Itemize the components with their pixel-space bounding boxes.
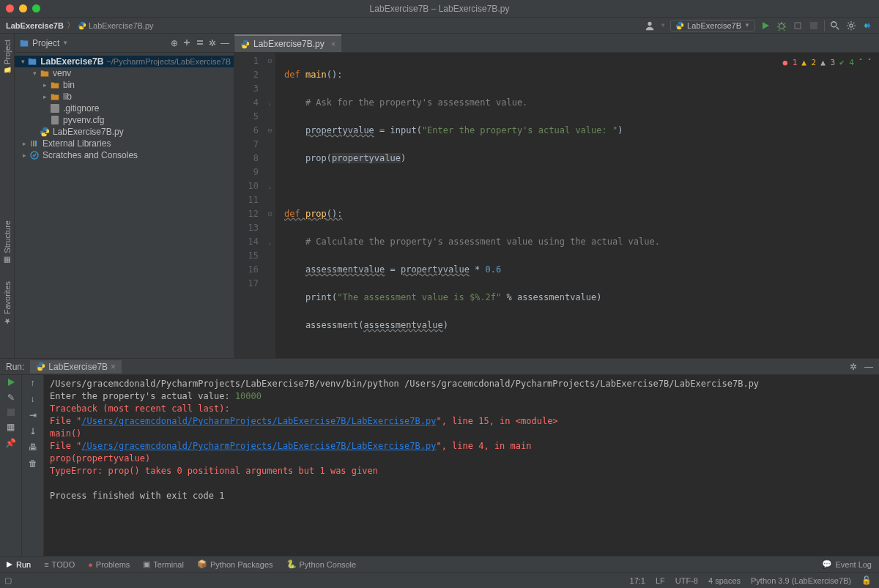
scroll-down-button[interactable]: ↓ (31, 394, 35, 404)
interpreter-status[interactable]: Python 3.9 (LabExercise7B) (751, 576, 851, 585)
svg-rect-2 (795, 23, 801, 29)
settings-button[interactable] (845, 20, 857, 31)
inspection-indicators[interactable]: ● 1 ▲ 2 ▲ 3 ✔ 4 ˆ ˇ (782, 56, 872, 70)
window-title: LabExercise7B – LabExercise7B.py (370, 4, 510, 14)
run-config-name: LabExercise7B (687, 21, 741, 30)
select-opened-file-icon[interactable]: ⊕ (171, 38, 178, 48)
rerun-button[interactable] (7, 378, 15, 387)
svg-rect-3 (810, 22, 817, 29)
code-content[interactable]: def main(): # Ask for the property's ass… (275, 53, 660, 358)
svg-rect-7 (51, 116, 59, 124)
collapse-all-icon[interactable] (196, 38, 204, 48)
status-bar: ▢ 17:1 LF UTF-8 4 spaces Python 3.9 (Lab… (0, 572, 879, 588)
attach-debug-button[interactable]: ✎ (7, 392, 15, 403)
tool-windows-icon[interactable]: ▢ (4, 576, 12, 585)
run-toolbar-primary: ✎ ▦ 📌 (0, 375, 22, 556)
venv-node[interactable]: ▾ venv (15, 67, 234, 79)
hide-icon[interactable]: — (220, 38, 229, 48)
user-icon[interactable] (644, 20, 656, 31)
python-packages-tool-tab[interactable]: 📦Python Packages (197, 559, 273, 569)
navigation-bar: LabExercise7B 〉 LabExercise7B.py ▼ LabEx… (0, 18, 879, 34)
svg-rect-10 (35, 141, 37, 146)
project-tool-button[interactable]: 📁 Project (3, 37, 12, 77)
minimize-window-button[interactable] (19, 4, 27, 12)
print-button[interactable]: 🖶 (29, 442, 37, 453)
favorites-tool-button[interactable]: ★ Favorites (3, 278, 12, 329)
editor-tab[interactable]: LabExercise7B.py × (234, 34, 341, 52)
indent-setting[interactable]: 4 spaces (708, 576, 741, 585)
svg-rect-12 (7, 409, 15, 416)
run-tab[interactable]: LabExercise7B × (30, 360, 122, 373)
run-hide-icon[interactable]: — (864, 362, 873, 372)
layout-button[interactable]: ▦ (7, 422, 15, 432)
traceback-link[interactable]: /Users/gracemcdonald/PycharmProjects/Lab… (81, 441, 436, 451)
debug-button[interactable] (776, 20, 787, 31)
python-file-icon (78, 21, 86, 30)
clear-button[interactable]: 🗑 (29, 458, 37, 469)
run-settings-icon[interactable]: ✲ (850, 362, 857, 372)
breadcrumb-file[interactable]: LabExercise7B.py (89, 21, 154, 30)
editor-area: LabExercise7B.py × ● 1 ▲ 2 ▲ 3 ✔ 4 ˆ ˇ 1… (234, 34, 879, 358)
maximize-window-button[interactable] (32, 4, 40, 12)
run-tool-window: Run: LabExercise7B × ✲ — ✎ ▦ 📌 ↑ ↓ ⇥ ⤓ 🖶… (0, 358, 879, 556)
svg-point-0 (648, 21, 652, 25)
svg-rect-8 (31, 141, 32, 146)
bin-node[interactable]: ▸ bin (15, 79, 234, 91)
soft-wrap-button[interactable]: ⇥ (29, 410, 37, 420)
breadcrumb-separator: 〉 (67, 20, 75, 31)
run-button[interactable] (760, 20, 771, 31)
scroll-to-end-button[interactable]: ⤓ (29, 426, 37, 436)
lock-icon[interactable]: 🔓 (861, 576, 872, 585)
expand-all-icon[interactable] (182, 38, 191, 48)
settings-icon[interactable]: ✲ (209, 38, 216, 48)
editor-tab-label: LabExercise7B.py (253, 39, 324, 49)
code-with-me-button[interactable] (861, 20, 873, 31)
python-console-tool-tab[interactable]: 🐍Python Console (286, 559, 357, 569)
svg-rect-6 (51, 104, 59, 113)
pin-button[interactable]: 📌 (5, 438, 16, 448)
project-root-node[interactable]: ▾ LabExercise7B ~/PycharmProjects/LabExe… (15, 56, 234, 67)
title-bar: LabExercise7B – LabExercise7B.py (0, 0, 879, 18)
external-libraries-node[interactable]: ▸ External Libraries (15, 138, 234, 149)
console-output[interactable]: /Users/gracemcdonald/PycharmProjects/Lab… (44, 375, 879, 556)
fold-gutter[interactable]: ⊟⌞⊟⌞⊟⌞ (265, 53, 275, 358)
project-panel-title[interactable]: Project ▼ (19, 38, 168, 48)
run-toolbar-secondary: ↑ ↓ ⇥ ⤓ 🖶 🗑 (22, 375, 44, 556)
line-separator[interactable]: LF (656, 576, 665, 585)
caret-position[interactable]: 17:1 (630, 576, 645, 585)
file-encoding[interactable]: UTF-8 (675, 576, 698, 585)
run-panel-label: Run: (6, 362, 24, 372)
pyvenv-cfg-node[interactable]: pyvenv.cfg (15, 114, 234, 126)
event-log-tool-tab[interactable]: 💬Event Log (822, 559, 872, 569)
scratches-node[interactable]: ▸ Scratches and Consoles (15, 149, 234, 161)
line-number-gutter[interactable]: 1234567891011121314151617 (234, 53, 265, 358)
terminal-tool-tab[interactable]: ▣Terminal (143, 559, 184, 569)
run-tool-tab[interactable]: Run (6, 560, 31, 569)
traceback-link[interactable]: /Users/gracemcdonald/PycharmProjects/Lab… (81, 416, 436, 426)
breadcrumb-project[interactable]: LabExercise7B (6, 21, 64, 30)
gitignore-node[interactable]: .gitignore (15, 103, 234, 114)
stop-process-button[interactable] (7, 409, 15, 416)
todo-tool-tab[interactable]: ≡TODO (44, 560, 75, 569)
code-editor[interactable]: ● 1 ▲ 2 ▲ 3 ✔ 4 ˆ ˇ 12345678910111213141… (234, 53, 879, 358)
lib-node[interactable]: ▸ lib (15, 91, 234, 103)
close-window-button[interactable] (6, 4, 14, 12)
project-tool-window: Project ▼ ⊕ ✲ — ▾ LabExercise7B ~/Pychar… (15, 34, 234, 358)
svg-point-5 (850, 23, 853, 26)
run-configuration-selector[interactable]: LabExercise7B ▼ (670, 20, 755, 31)
left-tool-gutter: 📁 Project ▦ Structure ★ Favorites (0, 34, 15, 358)
problems-tool-tab[interactable]: ●Problems (88, 560, 130, 569)
scroll-up-button[interactable]: ↑ (31, 378, 35, 388)
svg-point-4 (831, 21, 837, 26)
structure-tool-button[interactable]: ▦ Structure (3, 217, 12, 268)
project-tree[interactable]: ▾ LabExercise7B ~/PycharmProjects/LabExe… (15, 53, 234, 164)
stop-button[interactable] (808, 20, 820, 31)
svg-rect-9 (33, 141, 34, 146)
svg-point-1 (779, 23, 785, 29)
bottom-tool-bar: Run ≡TODO ●Problems ▣Terminal 📦Python Pa… (0, 556, 879, 572)
main-file-node[interactable]: LabExercise7B.py (15, 126, 234, 138)
search-everywhere-button[interactable] (829, 20, 841, 31)
run-with-coverage-button[interactable] (792, 20, 804, 31)
close-tab-icon[interactable]: × (331, 40, 335, 48)
